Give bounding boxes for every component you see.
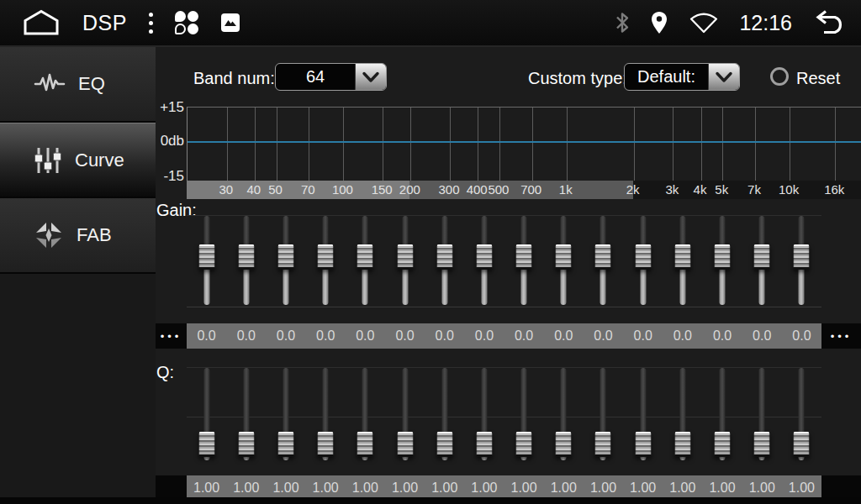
slider-track <box>640 265 646 305</box>
gain-slider-thumb[interactable] <box>595 244 611 270</box>
gain-slider[interactable] <box>663 216 702 307</box>
reset-radio[interactable] <box>770 67 789 86</box>
gain-slider-thumb[interactable] <box>238 244 254 270</box>
sidebar-item-label: EQ <box>78 73 105 95</box>
q-slider[interactable] <box>702 368 742 462</box>
gain-value: 0.0 <box>623 323 663 349</box>
chevron-down-icon[interactable] <box>355 64 386 90</box>
gain-slider[interactable] <box>346 216 385 307</box>
gain-slider[interactable] <box>623 216 663 307</box>
gain-slider-thumb[interactable] <box>436 244 452 270</box>
sidebar-item-eq[interactable]: EQ <box>0 47 156 123</box>
q-slider[interactable] <box>663 368 702 462</box>
freq-tick-label: 30 <box>219 181 233 199</box>
gain-slider[interactable] <box>306 216 346 307</box>
gain-slider-thumb[interactable] <box>277 244 293 270</box>
gain-slider-thumb[interactable] <box>754 244 770 270</box>
kebab-menu-icon[interactable] <box>149 13 153 34</box>
gain-slider-thumb[interactable] <box>516 244 532 270</box>
gain-slider-thumb[interactable] <box>198 244 214 270</box>
sidebar-item-fab[interactable]: FAB <box>0 198 156 274</box>
eq-curve-line <box>188 141 861 143</box>
q-slider-thumb[interactable] <box>357 432 373 457</box>
q-slider-thumb[interactable] <box>754 432 770 457</box>
gain-slider[interactable] <box>504 216 544 307</box>
q-slider-thumb[interactable] <box>436 432 452 457</box>
q-slider[interactable] <box>623 368 663 462</box>
q-slider-thumb[interactable] <box>635 432 651 457</box>
gain-slider[interactable] <box>742 216 782 307</box>
gain-slider-thumb[interactable] <box>674 244 690 270</box>
gain-slider-thumb[interactable] <box>556 244 572 270</box>
gain-value: 0.0 <box>187 323 226 349</box>
q-slider[interactable] <box>544 368 584 462</box>
gain-slider[interactable] <box>187 216 226 307</box>
slider-track <box>283 368 288 440</box>
gain-slider-thumb[interactable] <box>476 244 492 270</box>
q-slider-thumb[interactable] <box>556 432 572 457</box>
q-slider[interactable] <box>504 368 544 462</box>
q-slider[interactable] <box>226 368 266 462</box>
gain-slider[interactable] <box>266 216 305 307</box>
q-slider-thumb[interactable] <box>715 432 731 457</box>
bottom-edge-bar <box>0 497 861 504</box>
q-slider[interactable] <box>306 368 346 462</box>
q-slider[interactable] <box>425 368 464 462</box>
freq-tick-label: 500 <box>488 181 509 199</box>
q-slider-thumb[interactable] <box>277 432 293 457</box>
gain-slider[interactable] <box>702 216 742 307</box>
q-slider[interactable] <box>464 368 504 462</box>
q-slider-thumb[interactable] <box>516 432 532 457</box>
gridline <box>309 108 309 181</box>
gain-slider-thumb[interactable] <box>318 244 334 270</box>
q-slider[interactable] <box>187 368 226 462</box>
slider-track <box>203 265 209 305</box>
freq-tick-label: 7k <box>747 181 761 199</box>
q-slider-thumb[interactable] <box>476 432 492 457</box>
back-arrow-icon[interactable] <box>812 10 848 35</box>
q-slider-thumb[interactable] <box>318 432 334 457</box>
q-slider[interactable] <box>584 368 623 462</box>
gain-value: 0.0 <box>782 323 821 349</box>
q-slider[interactable] <box>742 368 782 462</box>
q-slider-thumb[interactable] <box>595 432 611 457</box>
sidebar: EQ Curve FAB <box>0 47 156 504</box>
q-slider-thumb[interactable] <box>674 432 690 457</box>
gallery-icon[interactable] <box>220 13 240 33</box>
gain-slider[interactable] <box>385 216 425 307</box>
gain-slider[interactable] <box>544 216 584 307</box>
slider-track <box>402 368 408 440</box>
q-slider[interactable] <box>385 368 425 462</box>
q-slider[interactable] <box>782 368 821 462</box>
freq-tick-label: 200 <box>399 181 420 199</box>
band-num-label: Band num: <box>193 65 275 92</box>
gain-slider-thumb[interactable] <box>794 244 810 270</box>
q-slider-thumb[interactable] <box>397 432 413 457</box>
q-slider-thumb[interactable] <box>794 432 810 457</box>
gain-slider-thumb[interactable] <box>635 244 651 270</box>
gain-slider[interactable] <box>425 216 464 307</box>
sidebar-item-curve[interactable]: Curve <box>0 123 156 198</box>
gain-slider[interactable] <box>226 216 266 307</box>
q-slider[interactable] <box>346 368 385 462</box>
gridline <box>755 108 756 181</box>
gridline <box>450 108 451 181</box>
slider-track <box>600 368 606 440</box>
q-slider[interactable] <box>266 368 305 462</box>
custom-type-dropdown[interactable]: Default: <box>624 63 740 91</box>
chevron-down-icon[interactable] <box>708 64 739 90</box>
q-slider-thumb[interactable] <box>198 432 214 457</box>
gain-slider[interactable] <box>464 216 504 307</box>
gain-more-right-button[interactable]: ••• <box>821 323 861 349</box>
apps-clover-icon[interactable] <box>175 11 198 34</box>
gain-slider-thumb[interactable] <box>357 244 373 270</box>
gain-more-left-button[interactable]: ••• <box>156 323 187 349</box>
band-num-dropdown[interactable]: 64 <box>275 63 387 91</box>
gain-slider-thumb[interactable] <box>715 244 731 270</box>
gain-slider[interactable] <box>782 216 821 307</box>
gain-value: 0.0 <box>544 323 584 349</box>
gain-slider-thumb[interactable] <box>397 244 413 270</box>
q-slider-thumb[interactable] <box>238 432 254 457</box>
home-icon[interactable] <box>22 9 61 36</box>
gain-slider[interactable] <box>584 216 623 307</box>
